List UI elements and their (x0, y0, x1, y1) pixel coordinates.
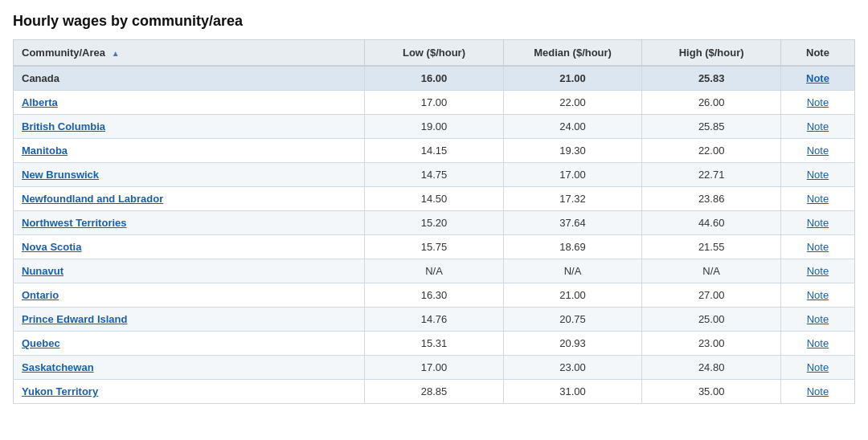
note-link[interactable]: Note (807, 120, 829, 132)
cell-high: 25.85 (642, 115, 781, 139)
table-row: New Brunswick14.7517.0022.71Note (14, 163, 855, 187)
region-link[interactable]: Prince Edward Island (22, 313, 128, 325)
cell-community[interactable]: Newfoundland and Labrador (14, 187, 365, 211)
cell-community[interactable]: Nunavut (14, 259, 365, 283)
cell-community[interactable]: Manitoba (14, 139, 365, 163)
cell-high: 23.86 (642, 187, 781, 211)
cell-note[interactable]: Note (780, 235, 854, 259)
cell-note[interactable]: Note (780, 211, 854, 235)
cell-note[interactable]: Note (780, 66, 854, 91)
cell-low: N/A (365, 259, 504, 283)
cell-high: 21.55 (642, 235, 781, 259)
cell-high: 22.71 (642, 163, 781, 187)
cell-note[interactable]: Note (780, 115, 854, 139)
note-link[interactable]: Note (807, 265, 829, 277)
cell-community[interactable]: Ontario (14, 283, 365, 308)
table-row: Saskatchewan17.0023.0024.80Note (14, 356, 855, 380)
cell-community[interactable]: Alberta (14, 91, 365, 115)
cell-low: 17.00 (365, 356, 504, 380)
table-row: Canada16.0021.0025.83Note (14, 66, 855, 91)
cell-median: 20.93 (503, 332, 642, 356)
cell-community[interactable]: British Columbia (14, 115, 365, 139)
region-link[interactable]: Quebec (22, 337, 60, 349)
cell-community[interactable]: Saskatchewan (14, 356, 365, 380)
region-link[interactable]: Alberta (22, 96, 58, 108)
cell-median: 17.32 (503, 187, 642, 211)
cell-median: 22.00 (503, 91, 642, 115)
page-title: Hourly wages by community/area (13, 13, 855, 30)
cell-community[interactable]: Northwest Territories (14, 211, 365, 235)
cell-high: 24.80 (642, 356, 781, 380)
note-link[interactable]: Note (807, 289, 829, 301)
note-link[interactable]: Note (807, 217, 829, 229)
cell-note[interactable]: Note (780, 259, 854, 283)
cell-low: 14.15 (365, 139, 504, 163)
col-header-note: Note (780, 40, 854, 67)
cell-low: 16.30 (365, 283, 504, 308)
note-link[interactable]: Note (807, 145, 829, 157)
cell-note[interactable]: Note (780, 91, 854, 115)
cell-community[interactable]: Nova Scotia (14, 235, 365, 259)
note-link[interactable]: Note (807, 241, 829, 253)
cell-note[interactable]: Note (780, 308, 854, 332)
note-link[interactable]: Note (807, 385, 829, 397)
table-row: Quebec15.3120.9323.00Note (14, 332, 855, 356)
cell-low: 16.00 (365, 66, 504, 91)
cell-note[interactable]: Note (780, 187, 854, 211)
col-header-community[interactable]: Community/Area ▲ (14, 40, 365, 67)
cell-note[interactable]: Note (780, 283, 854, 308)
table-row: Nova Scotia15.7518.6921.55Note (14, 235, 855, 259)
table-row: Manitoba14.1519.3022.00Note (14, 139, 855, 163)
region-link[interactable]: Nunavut (22, 265, 63, 277)
table-row: NunavutN/AN/AN/ANote (14, 259, 855, 283)
col-header-high: High ($/hour) (642, 40, 781, 67)
note-link[interactable]: Note (807, 169, 829, 181)
cell-median: 21.00 (503, 283, 642, 308)
region-link[interactable]: Saskatchewan (22, 361, 94, 373)
cell-low: 14.76 (365, 308, 504, 332)
table-row: Northwest Territories15.2037.6444.60Note (14, 211, 855, 235)
table-row: Newfoundland and Labrador14.5017.3223.86… (14, 187, 855, 211)
note-link[interactable]: Note (807, 337, 829, 349)
note-link[interactable]: Note (807, 313, 829, 325)
cell-community[interactable]: Prince Edward Island (14, 308, 365, 332)
table-row: Yukon Territory28.8531.0035.00Note (14, 380, 855, 404)
table-row: Ontario16.3021.0027.00Note (14, 283, 855, 308)
cell-median: 31.00 (503, 380, 642, 404)
cell-high: 35.00 (642, 380, 781, 404)
cell-high: 25.00 (642, 308, 781, 332)
wages-table: Community/Area ▲ Low ($/hour) Median ($/… (13, 39, 855, 404)
cell-note[interactable]: Note (780, 356, 854, 380)
cell-median: 23.00 (503, 356, 642, 380)
table-row: Alberta17.0022.0026.00Note (14, 91, 855, 115)
cell-community[interactable]: Yukon Territory (14, 380, 365, 404)
cell-note[interactable]: Note (780, 332, 854, 356)
cell-low: 14.75 (365, 163, 504, 187)
table-header-row: Community/Area ▲ Low ($/hour) Median ($/… (14, 40, 855, 67)
cell-median: 21.00 (503, 66, 642, 91)
cell-note[interactable]: Note (780, 163, 854, 187)
cell-community[interactable]: Quebec (14, 332, 365, 356)
region-link[interactable]: Northwest Territories (22, 217, 127, 229)
cell-median: 18.69 (503, 235, 642, 259)
cell-high: N/A (642, 259, 781, 283)
cell-community[interactable]: New Brunswick (14, 163, 365, 187)
sort-icon: ▲ (112, 49, 120, 58)
region-link[interactable]: Newfoundland and Labrador (22, 193, 163, 205)
cell-low: 15.75 (365, 235, 504, 259)
region-link[interactable]: Ontario (22, 289, 59, 301)
cell-high: 27.00 (642, 283, 781, 308)
region-link[interactable]: New Brunswick (22, 169, 99, 181)
region-link[interactable]: Yukon Territory (22, 385, 98, 397)
cell-note[interactable]: Note (780, 380, 854, 404)
region-link[interactable]: Manitoba (22, 145, 68, 157)
note-link[interactable]: Note (807, 96, 829, 108)
note-link[interactable]: Note (806, 72, 829, 84)
cell-median: 17.00 (503, 163, 642, 187)
cell-median: 24.00 (503, 115, 642, 139)
cell-note[interactable]: Note (780, 139, 854, 163)
region-link[interactable]: British Columbia (22, 120, 105, 132)
note-link[interactable]: Note (807, 361, 829, 373)
region-link[interactable]: Nova Scotia (22, 241, 81, 253)
note-link[interactable]: Note (807, 193, 829, 205)
